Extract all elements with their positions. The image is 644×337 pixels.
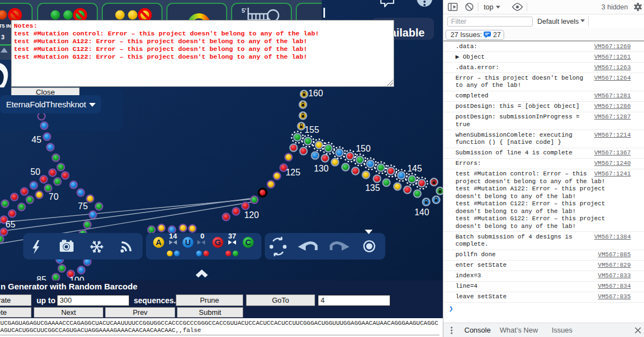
svg-text:50: 50 (30, 167, 40, 177)
svg-text:65: 65 (6, 220, 15, 229)
svg-text:135: 135 (365, 183, 380, 193)
svg-text:130: 130 (314, 164, 329, 173)
svg-text:150: 150 (356, 144, 371, 153)
svg-text:U: U (185, 238, 191, 247)
svg-text:120: 120 (244, 210, 259, 220)
svg-text:70: 70 (49, 192, 59, 201)
svg-text:G: G (214, 238, 221, 247)
svg-text:140: 140 (415, 208, 430, 217)
svg-text:160: 160 (308, 89, 323, 98)
svg-text:5': 5' (242, 7, 247, 14)
svg-text:top: top (484, 3, 493, 11)
svg-text:37: 37 (228, 232, 236, 240)
svg-text:75: 75 (78, 201, 88, 211)
svg-text:C: C (245, 238, 252, 247)
svg-text:A: A (156, 238, 162, 247)
svg-text:145: 145 (407, 164, 422, 173)
svg-text:3: 3 (1, 34, 4, 40)
svg-text:3 hidden: 3 hidden (601, 3, 628, 11)
svg-text:T5 IN: T5 IN (0, 23, 11, 29)
svg-text:0: 0 (200, 232, 204, 240)
svg-text:14: 14 (169, 232, 177, 240)
svg-text:125: 125 (286, 168, 301, 177)
svg-text:45: 45 (32, 135, 41, 144)
svg-text:155: 155 (305, 125, 320, 134)
